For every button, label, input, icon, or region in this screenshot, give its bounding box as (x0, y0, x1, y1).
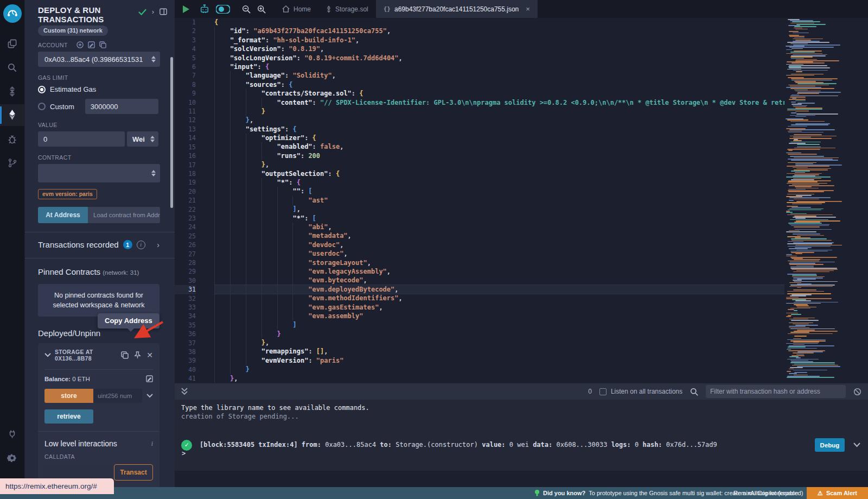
calldata-input[interactable] (44, 465, 112, 480)
remix-logo-icon[interactable] (3, 4, 22, 23)
home-icon (282, 5, 290, 12)
clear-console-icon[interactable] (853, 388, 861, 396)
env-check-icon (138, 9, 146, 15)
solidity-file-icon (326, 5, 331, 13)
evm-version-badge: evm version: paris (38, 189, 97, 199)
debugger-icon[interactable] (0, 128, 24, 150)
code-editor[interactable]: 1234567891011121314151617181920212223242… (175, 18, 868, 383)
copilot-toggle[interactable] (216, 5, 230, 14)
terminal-search-icon[interactable] (690, 388, 698, 396)
estimated-gas-label: Estimated Gas (50, 85, 96, 93)
chevron-down-icon[interactable] (44, 353, 51, 357)
account-select[interactable]: 0xA03...85ac4 (0.39866531531 (38, 52, 160, 67)
tx-expand-chevron-icon[interactable] (853, 443, 860, 447)
custom-gas-radio[interactable] (38, 103, 46, 110)
contract-instance-label[interactable]: STORAGE AT 0X136...8B78 (55, 349, 117, 362)
ai-copilot-robot-icon[interactable] (200, 4, 209, 14)
line-numbers-gutter: 1234567891011121314151617181920212223242… (175, 18, 203, 383)
listen-checkbox[interactable] (599, 388, 607, 395)
stepper-arrows-icon (151, 56, 156, 62)
scam-alert-button[interactable]: ⚠ Scam Alert (807, 487, 868, 499)
transaction-log-row[interactable]: ✓ [block:5583405 txIndex:4] from: 0xa03.… (181, 435, 868, 455)
value-input[interactable] (38, 131, 125, 147)
pin-panel-icon[interactable] (159, 8, 167, 15)
custom-gas-input[interactable] (85, 99, 158, 114)
store-input[interactable]: uint256 num (93, 389, 142, 403)
network-badge: Custom (31) network (38, 26, 108, 36)
close-contract-icon[interactable]: ✕ (146, 351, 153, 359)
deploy-run-panel: DEPLOY & RUN TRANSACTIONS › Custom (31) … (24, 0, 175, 487)
expand-chevron-icon[interactable]: › (152, 8, 154, 16)
low-level-title: Low level interactions (44, 439, 117, 448)
estimated-gas-radio[interactable] (38, 86, 46, 93)
value-label: VALUE (38, 122, 159, 128)
retrieve-button[interactable]: retrieve (44, 409, 93, 424)
info-icon[interactable]: i (137, 241, 145, 249)
listen-count: 0 (588, 388, 592, 395)
status-bar: Did you know? To prototype using the Gno… (0, 487, 868, 499)
tab-home[interactable]: Home (275, 0, 318, 18)
copy-account-icon[interactable] (99, 41, 106, 48)
terminal-prompt[interactable]: > (182, 450, 186, 458)
deployed-contract-card: STORAGE AT 0X136...8B78 ✕ Balance: 0 ETH… (38, 343, 159, 487)
warning-icon: ⚠ (818, 490, 823, 497)
value-unit-select[interactable]: Wei (127, 131, 158, 147)
tab-storage-sol[interactable]: Storage.sol (318, 0, 376, 18)
file-explorer-icon[interactable] (0, 33, 24, 54)
json-file-icon: {} (384, 5, 391, 12)
search-icon[interactable] (0, 56, 24, 78)
transactions-recorded-label: Transactions recorded (38, 240, 119, 249)
custom-gas-label: Custom (50, 103, 74, 111)
tx-count-badge: 1 (123, 240, 132, 249)
transactions-recorded-row[interactable]: Transactions recorded 1 i › (38, 240, 159, 249)
calldata-label: CALLDATA (44, 453, 153, 460)
load-contract-input[interactable]: Load contract from Addr (88, 207, 160, 223)
pinned-contracts-title: Pinned Contracts (network: 31) (38, 267, 159, 276)
settings-gear-icon[interactable] (0, 447, 24, 469)
remix-ide-window: DEPLOY & RUN TRANSACTIONS › Custom (31) … (0, 0, 868, 499)
balance-label: Balance: (44, 376, 71, 382)
run-script-icon[interactable] (182, 5, 190, 14)
pin-contract-icon[interactable] (134, 351, 141, 359)
editor-scrollbar-track[interactable] (844, 18, 868, 383)
code-content[interactable]: {"id": "a69b43f277ba20fcac141151250ca755… (203, 18, 784, 383)
panel-scrollbar[interactable] (170, 57, 173, 208)
terminal-output[interactable]: Type the library name to see available c… (175, 400, 868, 471)
expand-args-chevron-icon[interactable] (146, 394, 153, 398)
pinned-network-label: (network: 31) (103, 269, 139, 276)
zoom-out-icon[interactable] (242, 5, 251, 14)
at-address-button[interactable]: At Address (38, 207, 88, 223)
deploy-run-icon[interactable] (0, 104, 24, 126)
git-branch-icon[interactable] (0, 152, 24, 174)
annotation-arrow (128, 317, 166, 341)
panel-title: DEPLOY & RUN TRANSACTIONS (38, 5, 119, 24)
edit-balance-icon[interactable] (146, 375, 153, 382)
chevron-right-icon[interactable]: › (157, 241, 159, 249)
add-account-icon[interactable] (76, 41, 84, 48)
stepper-arrows-icon (150, 136, 155, 142)
zoom-in-icon[interactable] (257, 5, 266, 14)
terminal-line: creation of Storage pending... (181, 413, 868, 421)
solidity-compiler-icon[interactable] (0, 80, 24, 102)
transaction-filter-input[interactable] (706, 385, 846, 398)
lightbulb-icon (534, 489, 540, 497)
tx-summary-text: [block:5583405 txIndex:4] from: 0xa03...… (200, 441, 717, 449)
info-icon[interactable]: i (151, 440, 153, 448)
close-tab-icon[interactable]: × (526, 5, 530, 13)
panel-scroll-area[interactable]: Custom (31) network ACCOUNT 0xA03...85ac… (25, 25, 175, 487)
copilot-status[interactable]: RemixAI Copilot (enabled) (733, 490, 803, 496)
terminal-line: Type the library name to see available c… (181, 404, 868, 412)
store-button[interactable]: store (44, 389, 93, 403)
balance-value: 0 ETH (71, 376, 90, 382)
terminal-expand-icon[interactable] (181, 388, 188, 395)
plugin-manager-icon[interactable] (0, 423, 24, 445)
sign-message-icon[interactable] (88, 41, 95, 48)
debug-button[interactable]: Debug (815, 438, 845, 452)
copy-address-icon[interactable] (121, 351, 129, 359)
tab-json-active[interactable]: {} a69b43f277ba20fcac141151250ca755.json… (376, 0, 538, 18)
contract-select[interactable] (38, 164, 160, 182)
transact-button[interactable]: Transact (114, 464, 153, 481)
terminal-toolbar: 0 Listen on all transactions (175, 383, 868, 400)
divider (25, 232, 175, 232)
minimap[interactable] (784, 18, 844, 383)
